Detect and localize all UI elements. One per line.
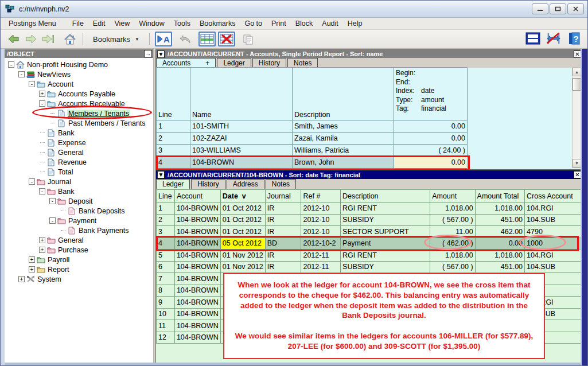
tree-item-report-21[interactable]: +Report	[5, 264, 153, 274]
column-header-ref[interactable]: Ref #	[301, 190, 341, 203]
cell-ref[interactable]: 2012-10	[301, 226, 341, 238]
tree-item-past-members-tenants-6[interactable]: Past Members / Tenants	[5, 118, 153, 128]
tree-item-deposit-14[interactable]: -Deposit	[5, 196, 153, 206]
tree-item-general-9[interactable]: General	[5, 147, 153, 157]
cell-amount[interactable]: 0.00	[394, 133, 468, 145]
cell-cross-account[interactable]: 104.RGI	[525, 250, 582, 262]
tree-item-bank-deposits-15[interactable]: Bank Deposits	[5, 206, 153, 216]
ledger-row-5[interactable]: 5104-BROWN01 Nov 2012IR2012-11RGI RENT1,…	[157, 250, 582, 262]
tab-accounts[interactable]: Accounts+	[156, 58, 216, 68]
menu-item-file[interactable]: File	[68, 18, 88, 29]
unlink-panes-icon[interactable]	[546, 32, 561, 45]
tree-item-newviews-1[interactable]: -NewViews	[5, 69, 153, 79]
forward-end-icon[interactable]	[41, 32, 56, 46]
cell-line[interactable]: 5	[157, 250, 175, 262]
cell-date[interactable]: 01 Nov 2012	[220, 250, 265, 262]
cell-line[interactable]: 4	[157, 157, 190, 169]
tree-item-journal-12[interactable]: -Journal	[5, 177, 153, 186]
tree-item-accounts-payable-3[interactable]: +Accounts Payable	[5, 89, 153, 99]
cell-amount[interactable]: 11.00	[430, 226, 475, 238]
minimize-button[interactable]	[532, 3, 548, 14]
collapse-icon[interactable]: -	[49, 198, 56, 204]
menu-item-edit[interactable]: Edit	[88, 18, 110, 29]
collapse-icon[interactable]: -	[18, 71, 25, 77]
tree-item-members-tenants-5[interactable]: Members / Tenants	[5, 108, 153, 118]
forward-icon[interactable]	[24, 32, 38, 46]
cell-line[interactable]: 1	[157, 120, 190, 133]
tree-item-purchase-19[interactable]: +Purchase	[5, 245, 153, 255]
menu-item-tools[interactable]: Tools	[169, 18, 195, 29]
tab-history[interactable]: History	[191, 179, 225, 189]
cell-date[interactable]: 05 Oct 2012	[220, 237, 265, 250]
cell-date[interactable]: 01 Oct 2012	[220, 203, 265, 215]
cell-journal[interactable]: IR	[265, 203, 301, 215]
tree-item-system-22[interactable]: +System	[5, 274, 153, 284]
collapse-icon[interactable]: -	[29, 81, 35, 87]
cell-amount-total[interactable]: 1,018.00	[475, 250, 524, 262]
account-row-101-smith[interactable]: 1101-SMITHSmith, James0.00	[157, 120, 468, 133]
cell-cross-account[interactable]: 1000	[525, 237, 582, 250]
tree-item-non-profit-housing-demo-0[interactable]: -Non-profit Housing Demo	[5, 60, 153, 69]
expand-icon[interactable]: +	[18, 276, 25, 282]
collapse-icon[interactable]: -	[49, 217, 56, 224]
copy-icon[interactable]	[241, 32, 256, 46]
cell-cross-account[interactable]: 104.SUB	[525, 214, 582, 226]
menu-item-postings-menu[interactable]: Postings Menu	[4, 18, 61, 29]
cell-line[interactable]: 10	[157, 308, 175, 320]
cell-cross-account[interactable]: 104.RGI	[525, 203, 582, 215]
cell-amount[interactable]: ( 567.00 )	[430, 214, 475, 226]
tab-address[interactable]: Address	[227, 179, 264, 189]
cell-line[interactable]: 9	[157, 297, 175, 309]
undo-icon[interactable]	[178, 32, 193, 46]
cell-description[interactable]: RGI RENT	[341, 203, 430, 215]
cell-amount[interactable]: ( 462.00 )	[430, 237, 475, 250]
cell-amount[interactable]: ( 567.00 )	[430, 261, 475, 273]
cell-ref[interactable]: 2012-11	[301, 250, 341, 262]
tree-item-payroll-20[interactable]: +Payroll	[5, 255, 153, 264]
cell-line[interactable]: 2	[157, 214, 175, 226]
cell-date[interactable]: 01 Oct 2012	[220, 214, 265, 226]
home-icon[interactable]	[63, 32, 77, 46]
cell-description[interactable]: Zazai, Kamila	[293, 133, 394, 145]
split-view-icon[interactable]	[525, 32, 540, 45]
cell-account[interactable]: 104-BROWN	[174, 297, 220, 309]
menu-item-help[interactable]: Help	[343, 18, 367, 29]
cell-description[interactable]: SUBSIDY	[341, 214, 430, 226]
cell-amount[interactable]: ( 24.00 )	[394, 145, 468, 157]
column-header-cross-account[interactable]: Cross Account	[525, 190, 582, 203]
cell-account[interactable]: 104-BROWN	[174, 285, 220, 297]
cell-amount[interactable]: 0.00	[394, 120, 468, 133]
delete-table-icon[interactable]	[218, 32, 235, 46]
cell-description[interactable]: RGI RENT	[341, 250, 430, 262]
scroll-up-icon[interactable]: ▲	[573, 68, 581, 76]
panel-menu-button[interactable]: ▼	[157, 50, 165, 58]
cell-account[interactable]: 104-BROWN	[174, 226, 220, 238]
column-header-description[interactable]: Description	[341, 190, 430, 203]
close-button[interactable]	[567, 3, 584, 14]
cell-amount-total[interactable]: 451.00	[475, 214, 524, 226]
cell-journal[interactable]: IR	[265, 250, 301, 262]
cell-line[interactable]: 11	[157, 320, 175, 332]
collapse-icon[interactable]: -	[29, 178, 35, 185]
cell-name[interactable]: 102-ZAZAI	[190, 133, 293, 145]
cell-cross-account[interactable]: 4790	[525, 226, 582, 238]
cell-description[interactable]: Smith, James	[293, 120, 394, 133]
cell-journal[interactable]: IR	[265, 214, 301, 226]
cell-account[interactable]: 104-BROWN	[174, 250, 220, 262]
cell-amount[interactable]: 0.00	[394, 157, 468, 169]
ledger-row-2[interactable]: 2104-BROWN01 Oct 2012IR2012-10SUBSIDY( 5…	[157, 214, 582, 226]
cell-line[interactable]: 4	[157, 237, 175, 250]
cell-date[interactable]: 01 Oct 2012	[220, 226, 265, 238]
column-header-description[interactable]: Description	[293, 68, 394, 120]
tab-ledger[interactable]: Ledger	[156, 179, 190, 189]
cell-line[interactable]: 2	[157, 133, 190, 145]
column-header-account[interactable]: Account	[174, 190, 220, 203]
expand-icon[interactable]: +	[39, 247, 45, 253]
cell-ref[interactable]: 2012-10-2	[301, 237, 341, 250]
cell-date[interactable]: 01 Nov 2012	[220, 261, 265, 273]
ledger-row-1[interactable]: 1104-BROWN01 Oct 2012IR2012-10RGI RENT1,…	[157, 203, 582, 215]
menu-item-bookmarks[interactable]: Bookmarks	[195, 18, 240, 29]
cell-description[interactable]: SECTOR SUPPORT	[341, 226, 430, 238]
menu-item-view[interactable]: View	[110, 18, 134, 29]
menu-item-go-to[interactable]: Go to	[240, 18, 267, 29]
